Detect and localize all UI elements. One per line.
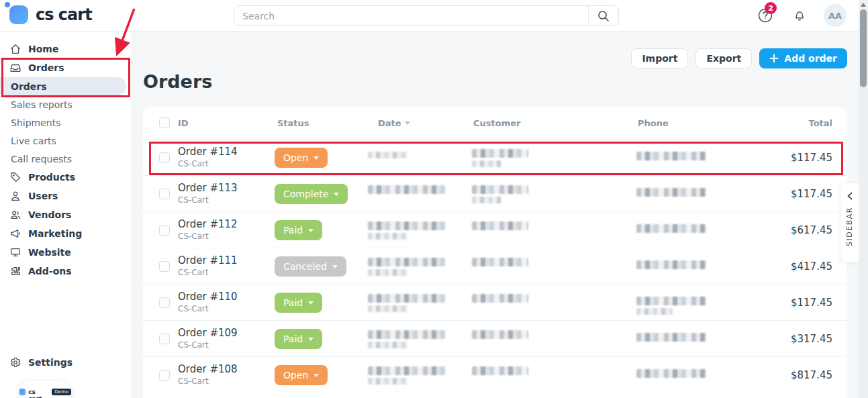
sidebar-item-label: Orders — [28, 62, 64, 73]
collapse-sidebar-tab[interactable]: SIDEBAR — [840, 183, 859, 263]
order-phone-redacted — [636, 369, 706, 378]
order-total: $617.45 — [791, 224, 832, 236]
logo-dot-icon — [5, 2, 10, 7]
notifications-button[interactable] — [791, 7, 808, 24]
cscart-logo[interactable]: cs cart — [9, 5, 92, 24]
caret-down-icon — [334, 193, 339, 196]
select-all-checkbox[interactable] — [159, 117, 170, 128]
sidebar-item-label: Settings — [28, 357, 73, 368]
page-title: Orders — [143, 71, 212, 92]
sidebar-subitem-shipments[interactable]: Shipments — [0, 113, 132, 132]
order-row-109[interactable]: Order #109 CS-Cart Paid $317.45 — [143, 320, 847, 356]
row-checkbox[interactable] — [159, 370, 170, 381]
order-status-dropdown[interactable]: Open — [275, 365, 328, 385]
row-checkbox[interactable] — [159, 152, 170, 163]
order-row-111[interactable]: Order #111 CS-Cart Canceled $417.45 — [143, 248, 847, 284]
order-row-113[interactable]: Order #113 CS-Cart Complete $117.45 — [143, 175, 847, 211]
order-id-link[interactable]: Order #114 — [178, 146, 238, 158]
sidebar-item-home[interactable]: Home — [0, 40, 132, 58]
sidebar-tab-label: SIDEBAR — [845, 207, 854, 246]
sidebar-item-website[interactable]: Website — [0, 243, 132, 262]
status-label: Open — [283, 370, 308, 381]
order-total: $117.45 — [791, 188, 832, 200]
order-status-dropdown[interactable]: Complete — [275, 184, 348, 204]
sidebar-item-orders[interactable]: Orders — [0, 58, 132, 77]
caret-down-icon — [308, 229, 314, 232]
order-id-link[interactable]: Order #111 — [178, 254, 238, 266]
scroll-up-arrow-icon[interactable] — [861, 3, 866, 7]
order-row-114[interactable]: Order #114 CS-Cart Open $117.45 — [143, 139, 847, 175]
sidebar-item-users[interactable]: Users — [0, 187, 132, 205]
column-header-id[interactable]: ID — [178, 118, 189, 128]
order-status-dropdown[interactable]: Paid — [275, 220, 322, 240]
column-header-date[interactable]: Date — [378, 118, 410, 128]
order-date-redacted — [368, 258, 445, 276]
order-row-112[interactable]: Order #112 CS-Cart Paid $617.45 — [143, 211, 847, 248]
import-button[interactable]: Import — [631, 48, 688, 68]
order-phone-redacted — [636, 333, 706, 342]
order-store: CS-Cart — [178, 159, 209, 168]
order-row-110[interactable]: Order #110 CS-Cart Paid $117.45 — [143, 284, 847, 320]
subitem-label: Sales reports — [11, 99, 73, 110]
order-status-dropdown[interactable]: Paid — [275, 329, 322, 349]
order-phone-redacted — [636, 260, 706, 269]
sidebar-item-marketing[interactable]: Marketing — [0, 224, 132, 243]
avatar-initials: AA — [828, 11, 842, 21]
order-id-link[interactable]: Order #113 — [178, 182, 238, 194]
order-total: $117.45 — [791, 152, 832, 164]
caret-down-icon — [314, 156, 319, 160]
help-button[interactable]: 2 — [757, 7, 774, 24]
row-checkbox[interactable] — [159, 225, 170, 236]
order-total: $817.45 — [791, 369, 832, 381]
search-input[interactable] — [234, 11, 588, 21]
order-date-redacted — [368, 185, 445, 194]
add-order-button[interactable]: Add order — [759, 48, 847, 68]
sidebar-subitem-sales-reports[interactable]: Sales reports — [0, 95, 132, 113]
sidebar-item-label: Vendors — [28, 209, 71, 220]
order-id-link[interactable]: Order #109 — [178, 327, 238, 339]
order-phone-redacted — [636, 297, 706, 315]
vertical-scrollbar[interactable] — [859, 0, 868, 398]
row-checkbox[interactable] — [159, 334, 170, 344]
sidebar-item-vendors[interactable]: Vendors — [0, 205, 132, 224]
order-id-link[interactable]: Order #108 — [178, 363, 238, 375]
order-status-dropdown[interactable]: Open — [275, 148, 328, 168]
export-button[interactable]: Export — [695, 48, 752, 68]
order-date-redacted — [368, 221, 445, 240]
order-id-link[interactable]: Order #110 — [178, 291, 238, 303]
order-id-link[interactable]: Order #112 — [178, 218, 238, 230]
order-customer-redacted — [472, 330, 528, 339]
bell-icon — [792, 8, 807, 23]
sidebar-subitem-live-carts[interactable]: Live carts — [0, 132, 132, 150]
column-header-phone[interactable]: Phone — [638, 118, 669, 128]
order-store: CS-Cart — [178, 304, 209, 313]
row-checkbox[interactable] — [159, 261, 170, 272]
sidebar-subitem-call-requests[interactable]: Call requests — [0, 150, 132, 168]
chevron-left-icon — [847, 192, 853, 200]
user-avatar[interactable]: AA — [824, 4, 847, 27]
column-header-customer[interactable]: Customer — [473, 118, 520, 128]
order-customer-redacted — [472, 258, 528, 266]
order-status-dropdown[interactable]: Canceled — [275, 256, 346, 277]
monitor-icon — [9, 246, 21, 258]
add-order-label: Add order — [784, 53, 837, 64]
column-header-status[interactable]: Status — [277, 118, 309, 128]
order-status-dropdown[interactable]: Paid — [275, 293, 322, 313]
orders-inbox-icon — [9, 62, 21, 74]
sidebar-item-addons[interactable]: Add-ons — [0, 262, 132, 281]
sidebar-item-settings[interactable]: Settings — [0, 353, 132, 372]
top-bar: cs cart 2 AA — [0, 0, 868, 32]
sidebar-subitem-orders[interactable]: Orders — [0, 77, 126, 95]
cscart-demo-badge[interactable]: cs cart Demo — [19, 381, 71, 398]
sidebar-item-label: Add-ons — [28, 266, 72, 277]
column-header-total[interactable]: Total — [808, 118, 832, 128]
order-row-108[interactable]: Order #108 CS-Cart Open $817.45 — [143, 356, 847, 393]
caret-down-icon — [308, 301, 314, 305]
search-button[interactable] — [588, 6, 618, 26]
sidebar-item-products[interactable]: Products — [0, 168, 132, 187]
row-checkbox[interactable] — [159, 297, 170, 308]
row-checkbox[interactable] — [159, 189, 170, 199]
global-search — [234, 5, 619, 26]
order-date-redacted — [368, 149, 445, 158]
scrollbar-thumb[interactable] — [860, 9, 867, 87]
